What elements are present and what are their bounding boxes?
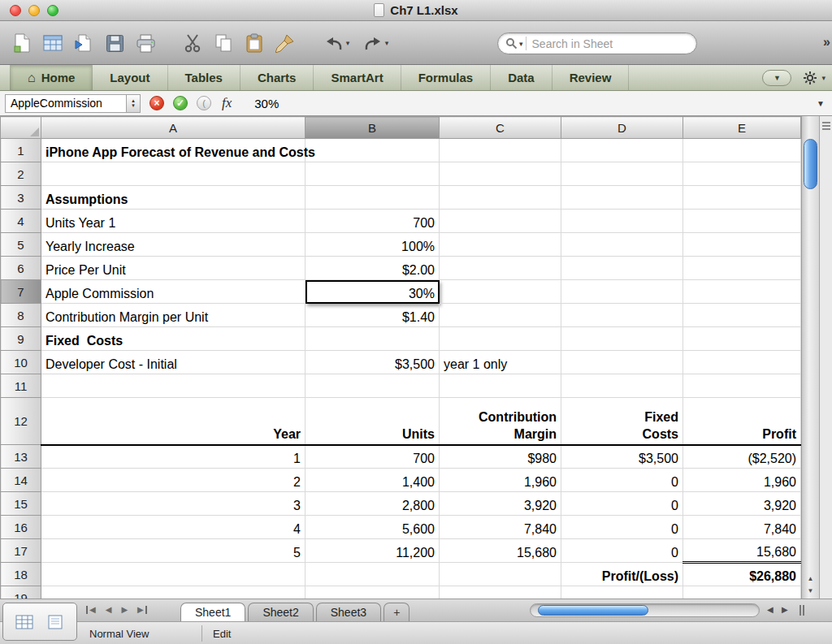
add-sheet-button[interactable]: + [384, 603, 410, 621]
scroll-up-button[interactable]: ▲ [802, 573, 819, 585]
column-header-A[interactable]: A [41, 117, 306, 139]
cell-B12[interactable]: Units [306, 398, 440, 445]
cell-A1[interactable]: iPhone App Forecast of Revenue and Costs [41, 139, 306, 162]
ribbon-tab-smartart[interactable]: SmartArt [314, 65, 401, 90]
new-workbook-button[interactable] [6, 28, 37, 58]
cell-E9[interactable] [683, 327, 801, 351]
cell-B8[interactable]: $1.40 [306, 304, 440, 327]
row-header-13[interactable]: 13 [1, 445, 41, 469]
ribbon-tab-review[interactable]: Review [552, 65, 630, 90]
cell-B4[interactable]: 700 [306, 210, 440, 233]
cell-D19[interactable] [561, 586, 683, 599]
first-sheet-button[interactable]: ◀ [86, 606, 96, 614]
cell-A5[interactable]: Yearly Increase [41, 233, 306, 257]
cell-E19[interactable] [683, 586, 801, 599]
row-header-4[interactable]: 4 [1, 210, 41, 233]
zoom-button[interactable] [47, 5, 58, 16]
sheet-tab-sheet2[interactable]: Sheet2 [248, 603, 313, 621]
paste-button[interactable] [239, 28, 270, 58]
cell-E14[interactable]: 1,960 [683, 469, 801, 492]
vertical-scrollbar[interactable]: ▲ ▼ [801, 116, 819, 599]
name-box[interactable]: AppleCommission [5, 94, 127, 113]
cell-C2[interactable] [440, 162, 561, 186]
row-header-12[interactable]: 12 [1, 398, 41, 445]
cell-D4[interactable] [561, 210, 683, 233]
scroll-left-button[interactable]: ◀ [767, 606, 774, 614]
cell-C6[interactable] [440, 257, 561, 280]
cell-B16[interactable]: 5,600 [306, 516, 440, 539]
cell-C19[interactable] [440, 586, 561, 599]
cell-C14[interactable]: 1,960 [440, 469, 561, 492]
cell-E12[interactable]: Profit [683, 398, 801, 445]
cell-E6[interactable] [683, 257, 801, 280]
cell-D7[interactable] [561, 280, 683, 304]
cut-button[interactable] [177, 28, 208, 58]
insert-function-button[interactable]: fx [222, 95, 232, 111]
cell-C11[interactable] [440, 374, 561, 398]
cell-E16[interactable]: 7,840 [683, 516, 801, 539]
format-painter-button[interactable] [270, 28, 301, 58]
gear-menu-button[interactable]: ▾ [803, 71, 826, 85]
cell-A3[interactable]: Assumptions [41, 186, 306, 210]
cell-C12[interactable]: Contribution Margin [440, 398, 561, 445]
column-header-B[interactable]: B [306, 117, 440, 139]
cell-C16[interactable]: 7,840 [440, 516, 561, 539]
row-header-15[interactable]: 15 [1, 492, 41, 516]
column-header-C[interactable]: C [440, 117, 561, 139]
cell-B3[interactable] [306, 186, 440, 210]
column-header-D[interactable]: D [561, 117, 683, 139]
cell-E11[interactable] [683, 374, 801, 398]
row-header-10[interactable]: 10 [1, 351, 41, 374]
cell-A10[interactable]: Developer Cost - Initial [41, 351, 306, 374]
cell-A6[interactable]: Price Per Unit [41, 257, 306, 280]
row-header-18[interactable]: 18 [1, 563, 41, 586]
cell-A7[interactable]: Apple Commission [41, 280, 306, 304]
cell-B9[interactable] [306, 327, 440, 351]
cell-E18[interactable]: $26,880 [683, 563, 801, 586]
cell-D18[interactable]: Profit/(Loss) [561, 563, 683, 586]
cell-C4[interactable] [440, 210, 561, 233]
cell-A8[interactable]: Contribution Margin per Unit [41, 304, 306, 327]
cell-C1[interactable] [440, 139, 561, 162]
ribbon-tab-data[interactable]: Data [491, 65, 552, 90]
cell-A4[interactable]: Units Year 1 [41, 210, 306, 233]
ribbon-tab-tables[interactable]: Tables [168, 65, 240, 90]
cell-D6[interactable] [561, 257, 683, 280]
page-layout-view-button[interactable] [46, 615, 64, 629]
undo-button[interactable]: ▾ [317, 28, 356, 58]
cell-D5[interactable] [561, 233, 683, 257]
next-sheet-button[interactable]: ▶ [121, 606, 128, 614]
cell-E2[interactable] [683, 162, 801, 186]
scroll-right-button[interactable]: ▶ [782, 606, 788, 614]
cell-C8[interactable] [440, 304, 561, 327]
cell-E1[interactable] [683, 139, 801, 162]
cell-B6[interactable]: $2.00 [306, 257, 440, 280]
workbook-gallery-button[interactable] [37, 28, 68, 58]
toolbar-overflow-button[interactable]: » [823, 35, 828, 50]
select-all-corner[interactable] [1, 117, 41, 139]
cell-A11[interactable] [41, 374, 306, 398]
cell-C7[interactable] [440, 280, 561, 304]
column-header-E[interactable]: E [683, 117, 801, 139]
cell-D13[interactable]: $3,500 [561, 445, 683, 469]
print-button[interactable] [130, 28, 161, 58]
cell-D1[interactable] [561, 139, 683, 162]
vertical-scrollbar-thumb[interactable] [804, 139, 817, 189]
ribbon-tab-layout[interactable]: Layout [93, 65, 167, 90]
save-button[interactable] [99, 28, 130, 58]
cell-D17[interactable]: 0 [561, 539, 683, 563]
cell-C10[interactable]: year 1 only [440, 351, 561, 374]
cell-B5[interactable]: 100% [306, 233, 440, 257]
cell-C3[interactable] [440, 186, 561, 210]
cell-E4[interactable] [683, 210, 801, 233]
cell-E7[interactable] [683, 280, 801, 304]
accept-entry-button[interactable]: ✓ [173, 96, 188, 110]
cell-B15[interactable]: 2,800 [306, 492, 440, 516]
cell-E5[interactable] [683, 233, 801, 257]
import-button[interactable] [68, 28, 99, 58]
cell-A9[interactable]: Fixed Costs [41, 327, 306, 351]
row-header-7[interactable]: 7 [1, 280, 41, 304]
row-header-9[interactable]: 9 [1, 327, 41, 351]
search-field[interactable]: ▾ [497, 32, 697, 54]
cell-B18[interactable] [306, 563, 440, 586]
